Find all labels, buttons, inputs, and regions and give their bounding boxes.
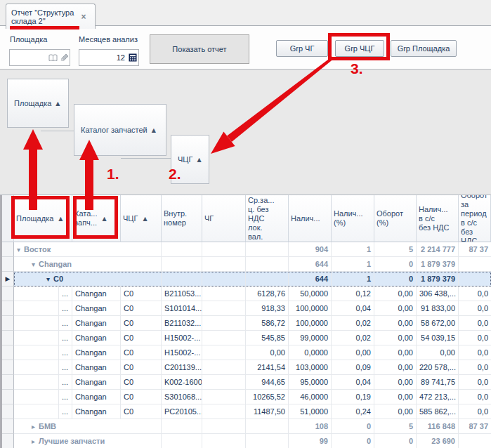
column-header-label: Ср.за... ц. без НДС лок. вал. [248, 196, 274, 242]
tree-indent [14, 375, 59, 389]
cell-nalich_ss: 1 879 379 [417, 257, 459, 271]
cell-katalog: Changan [72, 316, 121, 330]
cell-katalog: Changan [72, 390, 121, 404]
collapse-row-icon[interactable]: ▾ [46, 275, 50, 283]
tree-indent [14, 419, 29, 433]
cell-vnutr: C201139... [162, 360, 202, 374]
collapse-row-icon[interactable]: ▾ [32, 261, 35, 268]
cell-nalich_pct: 0,00 [332, 345, 374, 360]
cell-vnutr: B211032... [162, 316, 202, 330]
cell-nalich: 0,0000 [289, 345, 332, 360]
group-cell: ▾Changan [29, 257, 162, 271]
grid-header: Площадка▲Ката... запч...▲ЧЦГ▲Внутр. номе… [2, 195, 491, 242]
column-header-oborot_period[interactable]: Оборот за период в с/с без НДС [459, 195, 491, 242]
expand-row-icon[interactable]: ▸ [32, 423, 35, 430]
column-header-ploshchadka[interactable]: Площадка▲ [14, 195, 72, 242]
cell-oborot_period: 87 37 [459, 419, 491, 433]
tab-report[interactable]: Отчет "Структура склада 2" × [6, 4, 96, 29]
column-header-katalog[interactable]: Ката... запч...▲ [72, 195, 121, 242]
cell-nalich_ss: 220 578,... [417, 360, 459, 374]
grp-ploshchadka-button[interactable]: Grp Площадка [391, 40, 457, 57]
column-header-oborot_pct[interactable]: Оборот (%) [374, 195, 417, 242]
group-row[interactable]: ▾Changan644101 879 379 [2, 257, 491, 272]
cell-oborot_period [459, 272, 491, 286]
grp-chg-button[interactable]: Grp ЧГ [276, 40, 328, 57]
cell-avg_price: 0,00 [246, 345, 289, 360]
cell-nalich_pct: 0 [332, 419, 374, 433]
grp-chcg-button[interactable]: Grp ЧЦГ [335, 40, 384, 57]
cell-chcg: C0 [121, 286, 162, 301]
group-row[interactable]: ▶▾C0644101 879 379 [2, 272, 491, 286]
data-row[interactable]: ...ChanganC0C201139...2141,54103,00000,0… [2, 360, 491, 375]
cell-nalich_ss: 472 213,... [417, 390, 459, 404]
tree-indent [14, 360, 59, 374]
group-label: Changan [39, 260, 72, 268]
data-row[interactable]: ...ChanganC0B211053...6128,7650,00000,12… [2, 286, 491, 301]
calculator-icon[interactable] [127, 52, 138, 63]
tab-title: Отчет "Структура склада 2" [6, 8, 78, 25]
cell-vnutr: H15002-... [162, 331, 202, 345]
cell-oborot_pct: 0,00 [374, 331, 417, 345]
ploshchadka-input[interactable] [9, 49, 70, 66]
months-input[interactable]: 12 [79, 49, 139, 66]
data-row[interactable]: ...ChanganC0PC20105...11487,5051,00000,2… [2, 404, 491, 419]
cell-chcg: C0 [121, 331, 162, 345]
cell-vnutr [162, 434, 202, 448]
column-header-chg[interactable]: ЧГ [202, 195, 246, 242]
row-indicator [2, 375, 14, 390]
group-box-ploshchadka[interactable]: Площадка ▲ [7, 79, 69, 128]
book-lookup-icon[interactable] [47, 52, 58, 63]
cell-oborot_pct: 0,00 [374, 286, 417, 301]
data-row[interactable]: ...ChanganC0B211032...586,72100,00000,02… [2, 316, 491, 331]
row-indicator [2, 301, 14, 316]
group-label: Лучшие запчасти [39, 437, 105, 445]
group-row[interactable]: ▸БМВ10805116 84887 37 [2, 419, 491, 434]
data-row[interactable]: ...ChanganC0S101014...918,33100,00000,04… [2, 301, 491, 316]
column-header-nalich[interactable]: Налич... [289, 195, 332, 242]
expand-row-icon[interactable]: ▸ [32, 437, 35, 445]
column-header-vnutr[interactable]: Внутр. номер [162, 195, 202, 242]
cell-nalich: 103,0000 [289, 360, 332, 374]
group-connector [121, 158, 171, 159]
sort-asc-icon: ▲ [102, 216, 106, 222]
show-report-button[interactable]: Показать отчет [150, 34, 249, 64]
cell-oborot_period: 87 37 [459, 242, 491, 256]
close-icon[interactable]: × [78, 12, 89, 22]
data-row[interactable]: ...ChanganC0H15002-...545,8599,00000,020… [2, 331, 491, 345]
months-value: 12 [79, 53, 127, 62]
cell-oborot_period: 0,0 [459, 286, 491, 301]
tree-indent [14, 286, 59, 301]
cell-oborot_pct: 0,00 [374, 345, 417, 360]
cell-oborot_period: 0,0 [459, 316, 491, 330]
cell-chg [202, 404, 246, 419]
cell-avg_price: 6128,76 [246, 286, 289, 301]
pencil-edit-icon[interactable] [58, 52, 70, 63]
cell-nalich: 99,0000 [289, 331, 332, 345]
cell-nalich: 51,0000 [289, 404, 332, 419]
tree-indent [14, 272, 44, 286]
column-header-chcg[interactable]: ЧЦГ▲ [121, 195, 162, 242]
cell-vnutr: H15002-... [162, 345, 202, 360]
group-row[interactable]: ▸Лучшие запчасти990023 690 [2, 434, 491, 448]
cell-chg [202, 331, 246, 345]
row-indicator [2, 242, 14, 257]
cell-nalich: 46,0000 [289, 390, 332, 404]
cell-nalich_ss: 0,00 [417, 345, 459, 360]
data-row[interactable]: ...ChanganC0H15002-...0,000,00000,000,00… [2, 345, 491, 360]
data-row[interactable]: ...ChanganC0K002-1600944,6595,00000,040,… [2, 375, 491, 390]
tree-indent [14, 345, 59, 360]
cell-chg [202, 345, 246, 360]
group-box-chcg[interactable]: ЧЦГ ▲ [171, 135, 209, 184]
group-box-katalog[interactable]: Каталог запчастей ▲ [74, 104, 166, 156]
data-row[interactable]: ...ChanganC0S301068...10265,5246,00000,1… [2, 390, 491, 404]
group-row[interactable]: ▾Восток904152 214 77787 37 [2, 242, 491, 257]
cell-nalich_pct: 0,04 [332, 375, 374, 389]
cell-ploshchadka: ... [59, 390, 72, 404]
column-header-avg_price[interactable]: Ср.за... ц. без НДС лок. вал. [246, 195, 289, 242]
group-cell: ▾C0 [44, 272, 162, 286]
column-header-nalich_ss[interactable]: Налич... в с/с без НДС [417, 195, 459, 242]
column-header-nalich_pct[interactable]: Налич... (%) [332, 195, 374, 242]
collapse-row-icon[interactable]: ▾ [17, 246, 20, 253]
cell-avg_price: 545,85 [246, 331, 289, 345]
group-label: Восток [24, 245, 51, 253]
